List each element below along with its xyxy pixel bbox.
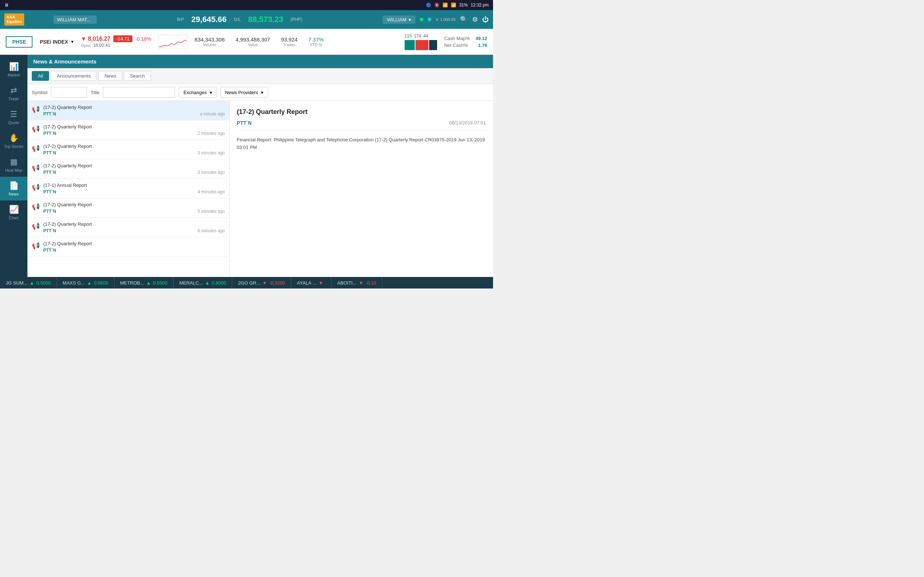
news-meta-5: PTT`N 4 minutes ago [43, 189, 225, 194]
power-icon[interactable]: ⏻ [482, 16, 489, 23]
user-button[interactable]: WILLIAM ▾ [383, 16, 415, 24]
user-name: WILLIAM [387, 17, 406, 23]
news-title-7: (17-2) Quarterly Report [43, 221, 225, 227]
sidebar-item-heat-map[interactable]: ▦ Heat Map [0, 153, 27, 177]
ticker-item-4: MERALC... ▲ 0.8000 [174, 277, 233, 288]
logo-box: AAA Equities [4, 13, 24, 26]
news-ticker-4: PTT`N [43, 170, 56, 175]
net-cash-label: Net Cash% [444, 43, 468, 48]
search-icon[interactable]: 🔍 [460, 16, 468, 23]
news-providers-dropdown[interactable]: News Providers ▾ [221, 87, 268, 98]
tab-all[interactable]: All [32, 71, 49, 81]
news-list-item[interactable]: 📢 (17-2) Quarterly Report PTT`N a minute… [27, 101, 229, 121]
announcement-icon-4: 📢 [32, 164, 40, 172]
sidebar-item-news[interactable]: 📄 News [0, 177, 27, 200]
ticker-name-2: MAXS G... [63, 280, 85, 285]
news-list-item[interactable]: 📢 (17-2) Quarterly Report PTT`N 5 minute… [27, 198, 229, 218]
news-time-1: a minute ago [200, 111, 225, 116]
phse-button[interactable]: PHSE [6, 36, 32, 48]
psei-pct: -0.18% [135, 36, 151, 42]
sidebar-label-heat-map: Heat Map [5, 168, 23, 172]
sidebar-label-news: News [9, 192, 19, 196]
arrow-up-icon-2: ▲ [87, 280, 92, 285]
exchanges-label: Exchanges [183, 90, 207, 95]
app-header: AAA Equities WILLIAM MAT... B/P 29,645.6… [0, 10, 493, 29]
bp-gl-area: B/P 29,645.66 G/L 88,573.23 (PHP) [102, 15, 377, 24]
news-list-item[interactable]: 📢 (17-2) Quarterly Report PTT`N [27, 237, 229, 257]
announcement-icon-2: 📢 [32, 125, 40, 133]
bar-red [415, 40, 428, 50]
news-ticker-6: PTT`N [43, 209, 56, 214]
open-label: Open [81, 43, 90, 48]
battery-level: 31% [459, 3, 468, 8]
clock: 12:32 pm [471, 3, 489, 8]
gear-icon[interactable]: ⚙ [472, 16, 478, 23]
ticker-item-5: 2GO GR... ▼ -0.3200 [232, 277, 291, 288]
cash-map-row: Cash Map% 49.12 [444, 36, 487, 41]
sidebar-item-top-stocks[interactable]: ✋ Top Stocks [0, 129, 27, 153]
ticker-item-6: AYALA ... ▼ [291, 277, 332, 288]
news-list-item[interactable]: 📢 (17-2) Quarterly Report PTT`N 3 minute… [27, 160, 229, 179]
value-label: Value [236, 43, 270, 47]
arrow-up-icon-4: ▲ [205, 280, 210, 285]
sidebar-item-quote[interactable]: ☰ Quote [0, 105, 27, 129]
net-cash-row: Net Cash% 1.76 [444, 43, 487, 48]
status-bar-left: 🖥 [4, 3, 9, 8]
cash-pct-area: Cash Map% 49.12 Net Cash% 1.76 [444, 36, 487, 48]
sidebar-item-trade[interactable]: ⇄ Trade [0, 82, 27, 105]
news-title-8: (17-2) Quarterly Report [43, 241, 225, 246]
bluetooth-icon: 🔵 [426, 3, 431, 8]
news-announcements-header: News & Announcements [27, 55, 493, 68]
quote-icon: ☰ [10, 110, 17, 119]
symbol-input[interactable] [51, 87, 87, 98]
psei-change: ▼ 8,016.27 [81, 36, 110, 42]
news-meta-7: PTT`N 6 minutes ago [43, 228, 225, 233]
sidebar-item-market[interactable]: 📊 Market [0, 58, 27, 82]
news-list-item[interactable]: 📢 (17-2) Quarterly Report PTT`N 3 minute… [27, 140, 229, 160]
news-title-6: (17-2) Quarterly Report [43, 202, 225, 207]
tab-announcements[interactable]: Announcements [50, 71, 97, 81]
sidebar-label-top-stocks: Top Stocks [4, 144, 23, 148]
chevron-down-icon: ▾ [409, 17, 411, 23]
sidebar-item-chart[interactable]: 📈 Chart [0, 200, 27, 224]
sidebar: 📊 Market ⇄ Trade ☰ Quote ✋ Top Stocks ▦ … [0, 55, 27, 277]
value-value: 4,993,488,307 [236, 36, 270, 43]
volume-label: Volume [195, 43, 225, 47]
news-list-item[interactable]: 📢 (17-2) Quarterly Report PTT`N 2 minute… [27, 121, 229, 140]
announcement-icon-5: 📢 [32, 183, 40, 191]
ticker-name-6: AYALA ... [297, 280, 317, 285]
announcement-icon-1: 📢 [32, 105, 40, 113]
ticker-name-5: 2GO GR... [238, 280, 260, 285]
title-input[interactable] [103, 87, 175, 98]
sidebar-label-quote: Quote [8, 121, 19, 125]
news-detail: (17-2) Quarterly Report PTT`N 06/13/2019… [229, 101, 493, 277]
news-time-7: 6 minutes ago [198, 228, 225, 233]
news-list-item[interactable]: 📢 (17-1) Annual Report PTT`N 4 minutes a… [27, 179, 229, 198]
news-ticker-8: PTT`N [43, 248, 56, 253]
cash-map-label: Cash Map% [444, 36, 470, 41]
gl-value: 88,573.23 [248, 15, 283, 24]
exchanges-dropdown[interactable]: Exchanges ▾ [179, 87, 216, 98]
dropdown-icon[interactable]: ▾ [71, 39, 74, 44]
tab-news[interactable]: News [98, 71, 122, 81]
mini-chart [158, 35, 187, 49]
tab-search[interactable]: Search [124, 71, 151, 81]
news-list-item[interactable]: 📢 (17-2) Quarterly Report PTT`N 6 minute… [27, 218, 229, 237]
trade-icon: ⇄ [10, 86, 17, 95]
status-dot-green [420, 18, 423, 21]
detail-ticker: PTT`N [237, 120, 252, 126]
sidebar-label-market: Market [8, 73, 20, 77]
ticker-value-4: 0.8000 [212, 280, 226, 285]
news-meta-4: PTT`N 3 minutes ago [43, 170, 225, 175]
psei-area: PSEi INDEX ▾ [40, 39, 74, 45]
ticker-item-1: JG SUM... ▲ 0.5000 [0, 277, 57, 288]
arrow-up-icon-3: ▲ [146, 280, 151, 285]
bar-dark [429, 40, 437, 50]
news-time-5: 4 minutes ago [198, 189, 225, 194]
value-stat: 4,993,488,307 Value [236, 36, 270, 47]
psei-badge: -14.71 [113, 35, 132, 42]
market-bar: PHSE PSEi INDEX ▾ ▼ 8,016.27 -14.71 -0.1… [0, 29, 493, 55]
account-name[interactable]: WILLIAM MAT... [53, 16, 97, 24]
announcement-icon-3: 📢 [32, 144, 40, 152]
news-ticker-2: PTT`N [43, 131, 56, 136]
